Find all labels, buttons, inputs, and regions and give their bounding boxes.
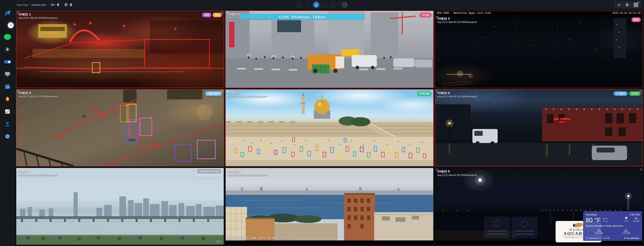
- theme-toggle-button[interactable]: [4, 46, 11, 53]
- camera-tile-2[interactable]: LIVE Shibuya, Tokyo 카메라 2 rtsp://172.168…: [225, 10, 434, 88]
- video-camera-icon: [51, 3, 55, 7]
- osd-location: NEW YORK - Manhattan Upper East Side: [437, 12, 491, 14]
- weather-summary: Expect showers Friday afternoon: [586, 224, 640, 227]
- camera-tile-6[interactable]: THE TEMPLE BAR 카메라 6 rtsp://172.168.40.1…: [435, 89, 643, 166]
- toggle-switch-on: [4, 60, 11, 64]
- stream-title: Banana Fuego: [198, 169, 221, 174]
- camera-tile-7[interactable]: Banana Fuego StreamBeats by Harris Helle…: [16, 168, 224, 245]
- camera-url: rtsp://172.168.40.152:9003/stream3: [437, 21, 477, 24]
- weather-updated: September 30, 7:32 PM: [588, 237, 610, 239]
- camera-name: 카메라 5: [228, 91, 267, 95]
- layout-notification-dot: [638, 2, 639, 3]
- arrow-right-icon: [9, 24, 12, 27]
- badge-helmet: 안전모: [629, 91, 641, 96]
- weather-wind: 13 mi/h: [633, 220, 640, 222]
- sidebar-item-network[interactable]: [4, 133, 11, 140]
- breadcrumb-root[interactable]: MainPage: [17, 4, 28, 6]
- app-logo[interactable]: [4, 10, 11, 17]
- layout-3x3-button[interactable]: [633, 2, 639, 8]
- weather-high: 88 °F: [603, 218, 608, 220]
- movie-camera-icon: [4, 84, 10, 89]
- sidebar-item-monitor[interactable]: [4, 70, 11, 78]
- weather-low: 77 °F: [603, 220, 608, 223]
- stream-toggle[interactable]: [4, 58, 11, 66]
- settings-count: 8: [64, 2, 72, 7]
- breadcrumb: MainPage › Camera Grid: [17, 4, 46, 6]
- layout-switcher: [614, 1, 641, 8]
- sidebar-item-cameras[interactable]: [4, 83, 11, 90]
- layout-2x2-button[interactable]: [625, 3, 629, 7]
- camera-tile-4[interactable]: In 1 7 Out 2 1 카메라 4 rtsp://172.168.40.1…: [16, 89, 224, 166]
- count-out-label: Out: [128, 137, 135, 142]
- pagination-autoplay-button[interactable]: ▶: [342, 2, 348, 8]
- refresh-icon: [586, 237, 588, 239]
- camera-2-header: 카메라 2 rtsp://172.168.40.152:9002/stream2: [228, 12, 267, 19]
- wind-icon: [634, 217, 638, 220]
- breadcrumb-separator: ›: [30, 4, 30, 6]
- pagination-prev-button[interactable]: ‹: [305, 2, 310, 8]
- camera-3-osd: NEW YORK - Manhattan Upper East Side 202…: [435, 11, 643, 15]
- weather-source: AccuWeather: [627, 237, 640, 239]
- pagination-next-button[interactable]: ›: [322, 2, 328, 8]
- sidebar-item-users[interactable]: [4, 120, 11, 128]
- camera-url: rtsp://172.168.40.152:9001/stream1: [18, 16, 58, 19]
- camera-url: rtsp://172.168.40.152:9009/stream9: [437, 174, 477, 176]
- moon-phase-icon: [494, 220, 500, 227]
- pagination-last-button[interactable]: »: [330, 2, 336, 8]
- camera-name: 카메라 9: [437, 170, 477, 174]
- pagination-first-button[interactable]: «: [296, 2, 302, 8]
- camera-9-header: 카메라 9 rtsp://172.168.40.152:9009/stream9: [437, 170, 477, 176]
- camera-count: 9: [51, 2, 59, 7]
- camera-name: 카메라 6: [437, 91, 477, 95]
- monitor-icon: [4, 72, 10, 77]
- sidebar-item-alerts[interactable]: [4, 96, 11, 103]
- camera-8-header: 카메라 8 rtsp://172.168.40.152:9008/stream8: [228, 170, 267, 176]
- badge-solo-person: 단독인원: [417, 91, 431, 96]
- count-in-label: In: [82, 114, 86, 118]
- camera-url: rtsp://172.168.40.152:9002/stream2: [228, 16, 267, 19]
- count-out-value: 2 1: [140, 144, 152, 150]
- camera-url: rtsp://172.168.40.152:9004/stream4: [18, 95, 58, 98]
- faint-overlay-widget-2: [512, 217, 538, 238]
- accuweather-icon: [624, 237, 626, 239]
- osd-timestamp: 2025-10-01 01:51:35: [612, 12, 641, 14]
- camera-name: 카메라 8: [228, 170, 267, 174]
- camera-tile-8[interactable]: WEBCAMSYDNEY.COM 2025-10-01 15:51:28 카메라…: [225, 168, 434, 245]
- camera-tile-3[interactable]: NEW YORK - Manhattan Upper East Side 202…: [435, 10, 643, 88]
- sidebar: [0, 0, 15, 246]
- camera-tile-9[interactable]: WAIKIKI AQUARIUM UNIVERSITY of HAWAI'I H…: [435, 168, 643, 245]
- camera-name: 카메라 3: [437, 17, 477, 21]
- camera-tile-5[interactable]: 카메라 5 rtsp://172.168.40.152:9005/stream5…: [225, 89, 434, 166]
- gear-icon: [64, 3, 68, 7]
- bell-icon: [5, 96, 10, 102]
- camera-6-header: 카메라 6 rtsp://172.168.40.152:9006/stream6: [437, 91, 477, 98]
- chart-icon: [5, 109, 10, 114]
- webcam-watermark: WEBCAMSYDNEY.COM 2025-10-01 15:51:28: [227, 237, 292, 240]
- badge-intrusion: 침입: [213, 13, 222, 17]
- camera-8-annotations: [226, 168, 433, 245]
- topbar: MainPage › Camera Grid 9 8 « ‹ 1 › » ▶: [0, 0, 644, 10]
- weather-city: Honolulu: [586, 213, 597, 216]
- camera-2-annotations: [226, 11, 433, 88]
- weather-local-time: 7:50 PM: [629, 213, 640, 216]
- sun-icon: [5, 47, 10, 52]
- count-in-value: 1 7: [90, 109, 102, 114]
- sidebar-item-analytics[interactable]: [4, 108, 11, 115]
- moon-phase-icon: [521, 220, 528, 227]
- camera-4-header: 카메라 4 rtsp://172.168.40.152:9004/stream4: [18, 91, 58, 98]
- letterbox-bar: [435, 240, 643, 245]
- camera-tile-1[interactable]: 카메라 1 rtsp://172.168.40.152:9001/stream1…: [16, 10, 224, 88]
- faint-overlay-widget-1: [484, 217, 510, 238]
- neon-sign: THE TEMPLE BAR: [554, 118, 571, 124]
- weather-sunset: 6:20 PM: [622, 232, 630, 234]
- layout-1x2-button[interactable]: [617, 4, 621, 6]
- badge-fire: 화재: [632, 18, 641, 22]
- sidebar-expand-button[interactable]: [8, 22, 14, 28]
- camera-5-annotations: [226, 90, 433, 166]
- camera-4-annotations: In 1 7 Out 2 1: [16, 90, 224, 166]
- badge-seatbelt: 안전벨트: [614, 91, 628, 96]
- user-icon: [5, 121, 10, 127]
- corner-mark: [640, 169, 642, 171]
- camera-3-header: 카메라 3 rtsp://172.168.40.152:9003/stream3: [437, 17, 477, 24]
- pagination-page-1[interactable]: 1: [313, 2, 319, 8]
